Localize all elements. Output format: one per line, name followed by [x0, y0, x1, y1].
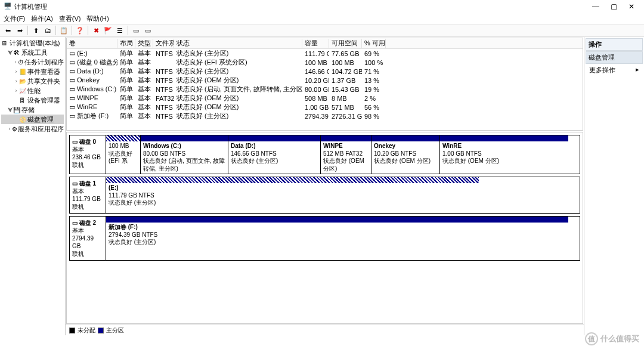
tree-devmgr[interactable]: 🎛设备管理器: [1, 95, 64, 105]
separator: [27, 26, 28, 35]
disk-label[interactable]: ▭ 磁盘 2基本2794.39 GB联机: [69, 216, 106, 261]
disk-graph-pane[interactable]: ▭ 磁盘 0基本238.46 GB联机100 MB状态良好 (EFI 系Wind…: [66, 132, 583, 324]
menu-view[interactable]: 查看(V): [59, 14, 81, 23]
menu-file[interactable]: 文件(F): [4, 14, 25, 23]
volume-row[interactable]: ▭ Data (D:)简单基本NTFS状态良好 (主分区)146.66 GB10…: [67, 67, 583, 76]
partition[interactable]: Onekey10.20 GB NTFS状态良好 (OEM 分区): [371, 135, 440, 174]
watermark: 值 什么值得买: [585, 332, 639, 345]
tree-diskmgmt[interactable]: 📀磁盘管理: [1, 115, 64, 124]
col-status[interactable]: 状态: [174, 39, 302, 48]
volume-row[interactable]: ▭ WinRE简单基本NTFS状态良好 (OEM 分区)1.00 GB571 M…: [67, 103, 583, 112]
volume-row[interactable]: ▭ Onekey简单基本NTFS状态良好 (OEM 分区)10.20 GB1.3…: [67, 76, 583, 85]
separator: [88, 26, 88, 35]
col-capacity[interactable]: 容量: [302, 39, 329, 48]
actions-more[interactable]: 更多操作▸: [586, 64, 643, 76]
app-icon: 🖥️: [4, 2, 12, 11]
col-pct[interactable]: % 可用: [362, 39, 386, 48]
legend: 未分配 主分区: [66, 325, 584, 335]
chevron-right-icon: ▸: [636, 66, 639, 75]
tree-eventviewer[interactable]: ›📒事件查看器: [1, 67, 64, 76]
watermark-text: 什么值得买: [600, 333, 639, 344]
partition[interactable]: 100 MB状态良好 (EFI 系: [106, 135, 141, 174]
partition[interactable]: WinRE1.00 GB NTFS状态良好 (OEM 分区): [440, 135, 568, 174]
close-button[interactable]: ✕: [623, 2, 640, 11]
menu-action[interactable]: 操作(A): [31, 14, 53, 23]
view-bottom-button[interactable]: ▭: [143, 25, 153, 36]
actions-context: 磁盘管理: [586, 51, 643, 64]
volume-row[interactable]: ▭ (磁盘 0 磁盘分区 1)简单基本状态良好 (EFI 系统分区)100 MB…: [67, 58, 583, 67]
separator: [72, 26, 72, 35]
window-title: 计算机管理: [14, 2, 587, 11]
volume-row[interactable]: ▭ Windows (C:)简单基本NTFS状态良好 (启动, 页面文件, 故障…: [67, 85, 583, 94]
menubar: 文件(F) 操作(A) 查看(V) 帮助(H): [0, 13, 644, 24]
legend-unalloc-swatch: [69, 328, 75, 333]
maximize-button[interactable]: ▢: [605, 2, 623, 11]
partition[interactable]: Data (D:)146.66 GB NTFS状态良好 (主分区): [228, 135, 321, 174]
col-free[interactable]: 可用空间: [329, 39, 362, 48]
tree-systools[interactable]: ⮟🛠系统工具: [1, 48, 64, 57]
volume-row[interactable]: ▭ (E:)简单基本NTFS状态良好 (主分区)111.79 GB77.65 G…: [67, 49, 583, 58]
nav-tree[interactable]: 🖥计算机管理(本地) ⮟🛠系统工具 ›⏱任务计划程序 ›📒事件查看器 ›📂共享文…: [0, 37, 66, 335]
disk-row: ▭ 磁盘 2基本2794.39 GB联机新加卷 (F:)2794.39 GB N…: [69, 216, 580, 261]
refresh-icon[interactable]: 🚩: [103, 25, 113, 36]
toolbar: ⬅ ➡ ⬆ 🗂 📋 ❓ ✖ 🚩 ☰ ▭ ▭: [0, 24, 644, 37]
disk-row: ▭ 磁盘 1基本111.79 GB联机(E:)111.79 GB NTFS状态良…: [69, 177, 580, 214]
tree-perf[interactable]: ›📈性能: [1, 86, 64, 95]
partition[interactable]: Windows (C:)80.00 GB NTFS状态良好 (启动, 页面文件,…: [141, 135, 228, 174]
legend-primary-label: 主分区: [106, 326, 124, 335]
actions-header: 操作: [586, 38, 643, 51]
tree-shared[interactable]: ›📂共享文件夹: [1, 76, 64, 86]
list-view-button[interactable]: ☰: [114, 25, 125, 36]
col-type[interactable]: 类型: [135, 39, 153, 48]
separator: [128, 26, 128, 35]
actions-pane: 操作 磁盘管理 更多操作▸: [584, 37, 644, 335]
partition[interactable]: (E:)111.79 GB NTFS状态良好 (主分区): [106, 177, 479, 213]
volume-row[interactable]: ▭ 新加卷 (F:)简单基本NTFS状态良好 (主分区)2794.39 GB27…: [67, 112, 583, 121]
menu-help[interactable]: 帮助(H): [86, 14, 109, 23]
disk-label[interactable]: ▭ 磁盘 1基本111.79 GB联机: [69, 177, 106, 214]
titlebar: 🖥️ 计算机管理 — ▢ ✕: [0, 0, 644, 13]
separator: [55, 26, 56, 35]
tree-storage[interactable]: ⮟💾存储: [1, 105, 64, 115]
partition[interactable]: WINPE512 MB FAT32状态良好 (OEM 分区): [321, 135, 371, 174]
up-button[interactable]: ⬆: [30, 25, 41, 36]
show-tree-button[interactable]: 🗂: [42, 25, 53, 36]
volume-header[interactable]: 卷 布局 类型 文件系统 状态 容量 可用空间 % 可用: [67, 38, 583, 49]
help-button[interactable]: ❓: [75, 25, 85, 36]
back-button[interactable]: ⬅: [2, 25, 13, 36]
forward-button[interactable]: ➡: [14, 25, 25, 36]
partition[interactable]: 新加卷 (F:)2794.39 GB NTFS状态良好 (主分区): [106, 217, 568, 260]
volume-row[interactable]: ▭ WINPE简单基本FAT32状态良好 (OEM 分区)508 MB8 MB2…: [67, 94, 583, 103]
minimize-button[interactable]: —: [587, 2, 605, 11]
col-volume[interactable]: 卷: [67, 39, 117, 48]
properties-button[interactable]: 📋: [58, 25, 69, 36]
legend-unalloc-label: 未分配: [78, 326, 95, 335]
volume-list[interactable]: 卷 布局 类型 文件系统 状态 容量 可用空间 % 可用 ▭ (E:)简单基本N…: [66, 38, 583, 131]
disk-label[interactable]: ▭ 磁盘 0基本238.46 GB联机: [69, 135, 106, 174]
watermark-icon: 值: [585, 332, 598, 345]
col-layout[interactable]: 布局: [117, 39, 135, 48]
tree-services[interactable]: ›⚙服务和应用程序: [1, 124, 64, 134]
tree-root[interactable]: 🖥计算机管理(本地): [1, 38, 64, 48]
tree-scheduler[interactable]: ›⏱任务计划程序: [1, 57, 64, 67]
col-fs[interactable]: 文件系统: [153, 39, 174, 48]
delete-icon[interactable]: ✖: [91, 25, 101, 36]
view-top-button[interactable]: ▭: [131, 25, 141, 36]
disk-row: ▭ 磁盘 0基本238.46 GB联机100 MB状态良好 (EFI 系Wind…: [69, 135, 580, 174]
legend-primary-swatch: [98, 328, 104, 333]
